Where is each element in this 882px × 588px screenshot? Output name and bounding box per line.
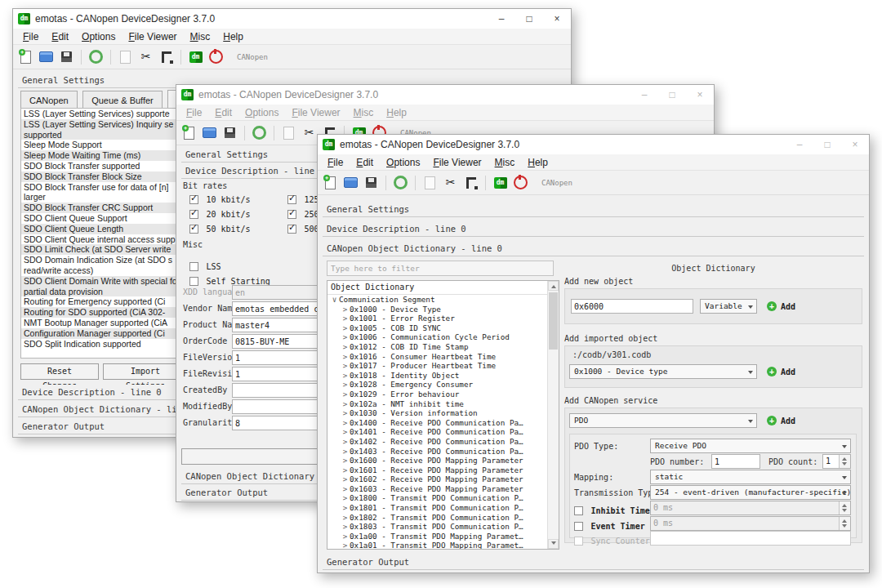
tree-item-label[interactable]: 0x1803 - Transmit PDO Communication P…	[350, 522, 523, 531]
tree-scrollbar[interactable]	[547, 281, 559, 549]
cut-icon[interactable]: ✂	[138, 49, 154, 65]
power-icon[interactable]	[208, 49, 224, 65]
emotas-tool-icon[interactable]: dm	[492, 175, 508, 190]
tree-item-label[interactable]: 0x1028 - Emergency Consumer	[350, 380, 473, 389]
scroll-up-icon[interactable]	[548, 281, 559, 291]
tree-item-label[interactable]: 0x1017 - Producer Heartbeat Time	[350, 361, 496, 370]
generate-icon[interactable]	[393, 175, 408, 190]
chevron-right-icon[interactable]: >	[341, 466, 350, 475]
tree-item-label[interactable]: 0x1402 - Receive PDO Communication Pa…	[350, 437, 523, 446]
chevron-right-icon[interactable]: >	[341, 513, 350, 523]
minimize-button[interactable]: –	[488, 9, 515, 29]
tree-item-label[interactable]: 0x1801 - Transmit PDO Communication P…	[350, 503, 523, 512]
menu-item[interactable]: Misc	[184, 29, 217, 42]
chevron-right-icon[interactable]: >	[341, 418, 350, 428]
pdo-number-field[interactable]	[711, 454, 760, 469]
tree-item[interactable]: >0x1018 - Identity Object	[327, 371, 559, 381]
chevron-right-icon[interactable]: >	[341, 437, 350, 447]
tree-item[interactable]: >0x1803 - Transmit PDO Communication P…	[327, 522, 559, 532]
tree-item[interactable]: >0x1401 - Receive PDO Communication Pa…	[327, 427, 559, 437]
chevron-right-icon[interactable]: >	[341, 456, 350, 466]
tree-item-label[interactable]: 0x1601 - Receive PDO Mapping Parameter	[350, 466, 523, 474]
save-icon[interactable]	[59, 49, 74, 65]
stepper-arrows-icon[interactable]	[839, 455, 850, 468]
tree-item-label[interactable]: 0x1800 - Transmit PDO Communication P…	[350, 493, 523, 502]
paste-icon[interactable]	[463, 175, 479, 190]
chevron-right-icon[interactable]: >	[341, 522, 350, 532]
bitrate-checkbox[interactable]: ✓	[189, 195, 198, 204]
tree-item-label[interactable]: 0x1600 - Receive PDO Mapping Parameter	[350, 456, 523, 465]
tree-item[interactable]: >0x1029 - Error behaviour	[327, 390, 559, 399]
tree-item[interactable]: >0x1602 - Receive PDO Mapping Parameter	[327, 474, 559, 484]
menu-item[interactable]: File	[180, 105, 208, 118]
menu-item[interactable]: Misc	[488, 155, 522, 168]
bitrate-checkbox[interactable]: ✓	[189, 225, 198, 234]
tree-item[interactable]: >0x1012 - COB ID Time Stamp	[327, 342, 559, 352]
chevron-right-icon[interactable]: >	[341, 352, 350, 362]
menu-item[interactable]: Options	[238, 105, 285, 118]
chevron-right-icon[interactable]: >	[341, 532, 350, 541]
menu-item[interactable]: Edit	[208, 105, 238, 118]
tree-item[interactable]: >0x1030 - Version information	[327, 408, 559, 418]
chevron-right-icon[interactable]: >	[341, 314, 350, 323]
bitrate-checkbox[interactable]: ✓	[287, 195, 296, 204]
close-button[interactable]: ×	[543, 9, 571, 29]
close-button[interactable]: ×	[841, 135, 869, 154]
menu-item[interactable]: Edit	[45, 29, 75, 42]
emotas-tool-icon[interactable]: dm	[188, 49, 203, 65]
menu-item[interactable]: File	[16, 29, 45, 42]
tree-item-label[interactable]: 0x1006 - Communication Cycle Period	[350, 332, 510, 341]
service-select[interactable]: PDO	[569, 413, 757, 428]
section-device-description[interactable]: Device Description - line 0	[323, 221, 864, 237]
chevron-down-icon[interactable]: ∨	[330, 295, 339, 305]
stepper-arrows-icon[interactable]	[839, 501, 850, 514]
inhibit-time-checkbox[interactable]	[574, 506, 583, 515]
add-service-button[interactable]: + Add	[767, 416, 795, 425]
open-file-icon[interactable]	[202, 125, 217, 140]
title-bar[interactable]: dm emotas - CANopen DeviceDesigner 3.7.0…	[176, 85, 714, 105]
chevron-right-icon[interactable]: >	[341, 484, 350, 494]
chevron-right-icon[interactable]: >	[341, 323, 350, 333]
tree-item-label[interactable]: 0x1018 - Identity Object	[350, 371, 459, 380]
tree-item[interactable]: >0x1000 - Device Type	[327, 305, 559, 314]
chevron-right-icon[interactable]: >	[341, 493, 350, 503]
tree-item[interactable]: >0x102a - NMT inhibit time	[327, 399, 559, 409]
chevron-right-icon[interactable]: >	[341, 474, 350, 484]
menu-item[interactable]: Options	[75, 29, 122, 42]
chevron-right-icon[interactable]: >	[341, 361, 350, 371]
bitrate-checkbox[interactable]: ✓	[287, 210, 296, 219]
chevron-right-icon[interactable]: >	[341, 305, 350, 314]
tree-item[interactable]: >0x1028 - Emergency Consumer	[327, 380, 559, 390]
tree-item-label[interactable]: 0x1012 - COB ID Time Stamp	[350, 342, 469, 351]
chevron-right-icon[interactable]: >	[341, 380, 350, 390]
bitrate-checkbox[interactable]: ✓	[287, 225, 296, 234]
add-imported-object-button[interactable]: + Add	[767, 367, 795, 376]
menu-item[interactable]: File	[321, 155, 350, 168]
mapping-select[interactable]: static	[650, 470, 851, 484]
pdo-type-select[interactable]: Receive PDO	[650, 439, 851, 453]
tree-item[interactable]: >0x1801 - Transmit PDO Communication P…	[327, 503, 559, 513]
tree-item-label[interactable]: 0x1005 - COB ID SYNC	[350, 323, 441, 332]
tree-item-label[interactable]: 0x1029 - Error behaviour	[350, 390, 459, 399]
lss-checkbox[interactable]	[189, 262, 198, 271]
cut-icon[interactable]: ✂	[301, 125, 317, 140]
new-file-icon[interactable]: +	[181, 125, 197, 140]
sync-counter-checkbox[interactable]	[574, 537, 583, 546]
pdo-count-stepper[interactable]: 1	[822, 454, 851, 469]
chevron-right-icon[interactable]: >	[341, 447, 350, 457]
bitrate-checkbox[interactable]: ✓	[189, 210, 198, 219]
chevron-right-icon[interactable]: >	[341, 342, 350, 352]
sync-counter-field[interactable]	[650, 531, 851, 546]
new-object-index-field[interactable]	[571, 299, 693, 314]
power-icon[interactable]	[513, 175, 528, 190]
transmission-type-select[interactable]: 254 - event-driven (manufacturer-specifi…	[650, 485, 851, 500]
chevron-right-icon[interactable]: >	[341, 541, 350, 550]
tree-item[interactable]: >0x1001 - Error Register	[327, 314, 559, 323]
scrollbar-thumb[interactable]	[549, 292, 558, 350]
tree-item-label[interactable]: 0x1001 - Error Register	[350, 314, 455, 323]
tree-item-label[interactable]: 0x1400 - Receive PDO Communication Pa…	[350, 418, 523, 427]
tree-item-label[interactable]: 0x1a01 - Transmit PDO Mapping Paramet…	[350, 541, 523, 550]
blank-page-icon[interactable]	[422, 175, 438, 190]
imported-object-select[interactable]: 0x1000 - Device type	[569, 364, 757, 379]
event-timer-stepper[interactable]: 0 ms	[650, 516, 851, 531]
